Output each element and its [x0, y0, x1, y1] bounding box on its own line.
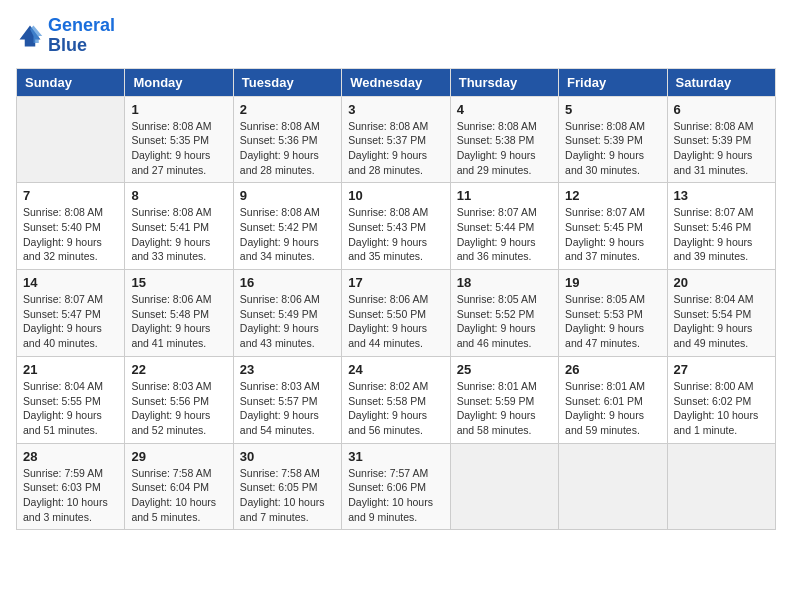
- calendar-cell: 18Sunrise: 8:05 AMSunset: 5:52 PMDayligh…: [450, 270, 558, 357]
- calendar-cell: 7Sunrise: 8:08 AMSunset: 5:40 PMDaylight…: [17, 183, 125, 270]
- weekday-header: Wednesday: [342, 68, 450, 96]
- day-number: 2: [240, 102, 335, 117]
- calendar-cell: 9Sunrise: 8:08 AMSunset: 5:42 PMDaylight…: [233, 183, 341, 270]
- weekday-header: Monday: [125, 68, 233, 96]
- day-number: 22: [131, 362, 226, 377]
- day-number: 29: [131, 449, 226, 464]
- day-number: 28: [23, 449, 118, 464]
- cell-info: Sunrise: 7:59 AMSunset: 6:03 PMDaylight:…: [23, 466, 118, 525]
- cell-info: Sunrise: 8:00 AMSunset: 6:02 PMDaylight:…: [674, 379, 769, 438]
- cell-info: Sunrise: 8:03 AMSunset: 5:57 PMDaylight:…: [240, 379, 335, 438]
- cell-info: Sunrise: 8:08 AMSunset: 5:42 PMDaylight:…: [240, 205, 335, 264]
- day-number: 7: [23, 188, 118, 203]
- day-number: 14: [23, 275, 118, 290]
- calendar-cell: 5Sunrise: 8:08 AMSunset: 5:39 PMDaylight…: [559, 96, 667, 183]
- calendar-cell: 15Sunrise: 8:06 AMSunset: 5:48 PMDayligh…: [125, 270, 233, 357]
- day-number: 4: [457, 102, 552, 117]
- day-number: 23: [240, 362, 335, 377]
- cell-info: Sunrise: 8:05 AMSunset: 5:53 PMDaylight:…: [565, 292, 660, 351]
- weekday-header: Tuesday: [233, 68, 341, 96]
- cell-info: Sunrise: 8:08 AMSunset: 5:37 PMDaylight:…: [348, 119, 443, 178]
- calendar-cell: 14Sunrise: 8:07 AMSunset: 5:47 PMDayligh…: [17, 270, 125, 357]
- cell-info: Sunrise: 8:01 AMSunset: 5:59 PMDaylight:…: [457, 379, 552, 438]
- day-number: 27: [674, 362, 769, 377]
- cell-info: Sunrise: 8:06 AMSunset: 5:48 PMDaylight:…: [131, 292, 226, 351]
- day-number: 21: [23, 362, 118, 377]
- calendar-cell: 2Sunrise: 8:08 AMSunset: 5:36 PMDaylight…: [233, 96, 341, 183]
- calendar-cell: 22Sunrise: 8:03 AMSunset: 5:56 PMDayligh…: [125, 356, 233, 443]
- calendar-cell: 10Sunrise: 8:08 AMSunset: 5:43 PMDayligh…: [342, 183, 450, 270]
- day-number: 31: [348, 449, 443, 464]
- cell-info: Sunrise: 8:08 AMSunset: 5:38 PMDaylight:…: [457, 119, 552, 178]
- cell-info: Sunrise: 8:07 AMSunset: 5:44 PMDaylight:…: [457, 205, 552, 264]
- calendar-cell: 4Sunrise: 8:08 AMSunset: 5:38 PMDaylight…: [450, 96, 558, 183]
- logo: General Blue: [16, 16, 115, 56]
- cell-info: Sunrise: 8:08 AMSunset: 5:39 PMDaylight:…: [674, 119, 769, 178]
- calendar-week-row: 1Sunrise: 8:08 AMSunset: 5:35 PMDaylight…: [17, 96, 776, 183]
- cell-info: Sunrise: 8:08 AMSunset: 5:36 PMDaylight:…: [240, 119, 335, 178]
- day-number: 25: [457, 362, 552, 377]
- day-number: 18: [457, 275, 552, 290]
- day-number: 6: [674, 102, 769, 117]
- calendar-cell: 25Sunrise: 8:01 AMSunset: 5:59 PMDayligh…: [450, 356, 558, 443]
- day-number: 5: [565, 102, 660, 117]
- calendar-cell: 8Sunrise: 8:08 AMSunset: 5:41 PMDaylight…: [125, 183, 233, 270]
- cell-info: Sunrise: 8:08 AMSunset: 5:35 PMDaylight:…: [131, 119, 226, 178]
- cell-info: Sunrise: 8:06 AMSunset: 5:50 PMDaylight:…: [348, 292, 443, 351]
- day-number: 8: [131, 188, 226, 203]
- weekday-header: Saturday: [667, 68, 775, 96]
- logo-icon: [16, 22, 44, 50]
- calendar-cell: 24Sunrise: 8:02 AMSunset: 5:58 PMDayligh…: [342, 356, 450, 443]
- calendar-table: SundayMondayTuesdayWednesdayThursdayFrid…: [16, 68, 776, 531]
- calendar-cell: 21Sunrise: 8:04 AMSunset: 5:55 PMDayligh…: [17, 356, 125, 443]
- calendar-cell: 12Sunrise: 8:07 AMSunset: 5:45 PMDayligh…: [559, 183, 667, 270]
- calendar-week-row: 14Sunrise: 8:07 AMSunset: 5:47 PMDayligh…: [17, 270, 776, 357]
- day-number: 9: [240, 188, 335, 203]
- cell-info: Sunrise: 8:08 AMSunset: 5:41 PMDaylight:…: [131, 205, 226, 264]
- weekday-header: Thursday: [450, 68, 558, 96]
- calendar-cell: 30Sunrise: 7:58 AMSunset: 6:05 PMDayligh…: [233, 443, 341, 530]
- cell-info: Sunrise: 8:05 AMSunset: 5:52 PMDaylight:…: [457, 292, 552, 351]
- calendar-cell: 1Sunrise: 8:08 AMSunset: 5:35 PMDaylight…: [125, 96, 233, 183]
- calendar-cell: [450, 443, 558, 530]
- cell-info: Sunrise: 8:07 AMSunset: 5:47 PMDaylight:…: [23, 292, 118, 351]
- cell-info: Sunrise: 8:01 AMSunset: 6:01 PMDaylight:…: [565, 379, 660, 438]
- day-number: 15: [131, 275, 226, 290]
- cell-info: Sunrise: 8:02 AMSunset: 5:58 PMDaylight:…: [348, 379, 443, 438]
- cell-info: Sunrise: 8:07 AMSunset: 5:46 PMDaylight:…: [674, 205, 769, 264]
- day-number: 20: [674, 275, 769, 290]
- cell-info: Sunrise: 8:08 AMSunset: 5:43 PMDaylight:…: [348, 205, 443, 264]
- cell-info: Sunrise: 8:04 AMSunset: 5:55 PMDaylight:…: [23, 379, 118, 438]
- cell-info: Sunrise: 8:04 AMSunset: 5:54 PMDaylight:…: [674, 292, 769, 351]
- calendar-week-row: 21Sunrise: 8:04 AMSunset: 5:55 PMDayligh…: [17, 356, 776, 443]
- cell-info: Sunrise: 7:57 AMSunset: 6:06 PMDaylight:…: [348, 466, 443, 525]
- calendar-cell: 28Sunrise: 7:59 AMSunset: 6:03 PMDayligh…: [17, 443, 125, 530]
- calendar-cell: [17, 96, 125, 183]
- day-number: 10: [348, 188, 443, 203]
- day-number: 26: [565, 362, 660, 377]
- day-number: 17: [348, 275, 443, 290]
- weekday-header-row: SundayMondayTuesdayWednesdayThursdayFrid…: [17, 68, 776, 96]
- day-number: 24: [348, 362, 443, 377]
- day-number: 16: [240, 275, 335, 290]
- calendar-cell: 19Sunrise: 8:05 AMSunset: 5:53 PMDayligh…: [559, 270, 667, 357]
- page-header: General Blue: [16, 16, 776, 56]
- calendar-week-row: 28Sunrise: 7:59 AMSunset: 6:03 PMDayligh…: [17, 443, 776, 530]
- calendar-cell: 3Sunrise: 8:08 AMSunset: 5:37 PMDaylight…: [342, 96, 450, 183]
- day-number: 1: [131, 102, 226, 117]
- day-number: 3: [348, 102, 443, 117]
- cell-info: Sunrise: 7:58 AMSunset: 6:04 PMDaylight:…: [131, 466, 226, 525]
- calendar-cell: 16Sunrise: 8:06 AMSunset: 5:49 PMDayligh…: [233, 270, 341, 357]
- calendar-cell: 11Sunrise: 8:07 AMSunset: 5:44 PMDayligh…: [450, 183, 558, 270]
- day-number: 19: [565, 275, 660, 290]
- calendar-cell: [559, 443, 667, 530]
- calendar-cell: 31Sunrise: 7:57 AMSunset: 6:06 PMDayligh…: [342, 443, 450, 530]
- calendar-cell: 29Sunrise: 7:58 AMSunset: 6:04 PMDayligh…: [125, 443, 233, 530]
- calendar-cell: [667, 443, 775, 530]
- calendar-cell: 6Sunrise: 8:08 AMSunset: 5:39 PMDaylight…: [667, 96, 775, 183]
- weekday-header: Friday: [559, 68, 667, 96]
- calendar-cell: 26Sunrise: 8:01 AMSunset: 6:01 PMDayligh…: [559, 356, 667, 443]
- cell-info: Sunrise: 7:58 AMSunset: 6:05 PMDaylight:…: [240, 466, 335, 525]
- cell-info: Sunrise: 8:03 AMSunset: 5:56 PMDaylight:…: [131, 379, 226, 438]
- calendar-cell: 13Sunrise: 8:07 AMSunset: 5:46 PMDayligh…: [667, 183, 775, 270]
